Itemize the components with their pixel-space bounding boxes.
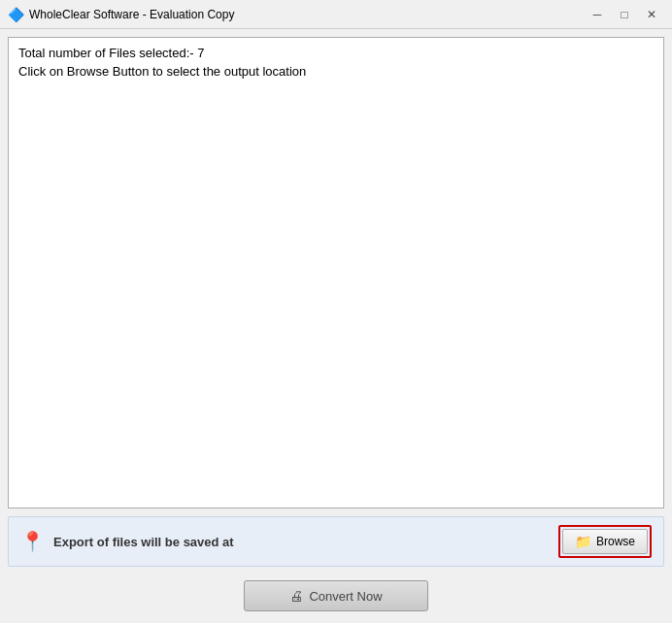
convert-row: 🖨 Convert Now: [8, 574, 664, 615]
convert-now-button[interactable]: 🖨 Convert Now: [244, 580, 428, 611]
export-row: 📍 Export of files will be saved at 📁 Bro…: [8, 516, 664, 567]
convert-icon: 🖨: [289, 588, 303, 604]
titlebar: 🔷 WholeClear Software - Evaluation Copy …: [0, 0, 672, 29]
app-icon: 🔷: [8, 7, 23, 22]
browse-button[interactable]: 📁 Browse: [562, 529, 648, 554]
window-body: Total number of Files selected:- 7 Click…: [0, 29, 672, 623]
maximize-button[interactable]: □: [612, 4, 637, 25]
close-button[interactable]: ✕: [639, 4, 664, 25]
export-label: Export of files will be saved at: [53, 535, 549, 549]
log-line-2: Click on Browse Button to select the out…: [18, 64, 654, 79]
minimize-button[interactable]: ─: [585, 4, 610, 25]
folder-icon: 📁: [575, 534, 591, 549]
browse-label: Browse: [596, 535, 635, 548]
titlebar-left: 🔷 WholeClear Software - Evaluation Copy: [8, 7, 234, 22]
browse-wrapper: 📁 Browse: [558, 525, 652, 558]
titlebar-controls: ─ □ ✕: [585, 4, 664, 25]
convert-label: Convert Now: [309, 589, 382, 604]
log-box: Total number of Files selected:- 7 Click…: [8, 37, 664, 508]
pin-icon: 📍: [20, 530, 44, 553]
titlebar-title: WholeClear Software - Evaluation Copy: [29, 8, 234, 21]
log-line-1: Total number of Files selected:- 7: [18, 46, 654, 60]
